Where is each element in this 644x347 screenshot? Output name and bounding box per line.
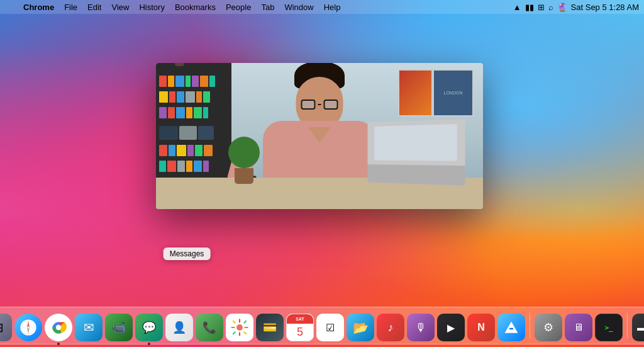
dock-icon-files[interactable]: 📂 bbox=[347, 314, 374, 341]
dock-icon-news[interactable]: N bbox=[467, 314, 495, 341]
dock-icon-mail[interactable]: ✉ bbox=[75, 314, 103, 341]
menu-bookmarks[interactable]: Bookmarks bbox=[170, 0, 220, 14]
desktop: Chrome File Edit View History Bookmarks … bbox=[0, 0, 644, 347]
poster-right2: LONDON bbox=[433, 69, 474, 117]
laptop bbox=[368, 119, 465, 185]
menu-window[interactable]: Window bbox=[280, 0, 318, 14]
siri-icon[interactable]: 🔮 bbox=[557, 3, 567, 12]
dock-icon-photos[interactable] bbox=[226, 314, 253, 341]
desk bbox=[156, 178, 483, 209]
datetime: Sat Sep 5 1:28 AM bbox=[571, 3, 639, 12]
menu-people[interactable]: People bbox=[221, 0, 255, 14]
dock-icon-appletv[interactable]: ▶ bbox=[437, 314, 465, 341]
dock-icon-facetime[interactable]: 📹 bbox=[105, 314, 133, 341]
dock-icon-podcasts[interactable]: 🎙 bbox=[407, 314, 435, 341]
dock-icon-contacts[interactable]: 👤 bbox=[165, 314, 193, 341]
dock-icon-screen[interactable]: 🖥 bbox=[565, 314, 592, 341]
dock-icon-appstore[interactable] bbox=[497, 314, 525, 341]
search-icon[interactable]: ⌕ bbox=[548, 3, 553, 12]
svg-point-13 bbox=[56, 325, 61, 330]
menu-file[interactable]: File bbox=[60, 0, 82, 14]
menu-help[interactable]: Help bbox=[319, 0, 345, 14]
menu-history[interactable]: History bbox=[135, 0, 169, 14]
dock-icon-wallet[interactable]: 💳 bbox=[256, 314, 284, 341]
menu-view[interactable]: View bbox=[107, 0, 133, 14]
menubar-left: Chrome File Edit View History Bookmarks … bbox=[5, 0, 345, 14]
dock-icon-launchpad[interactable]: ⊞ bbox=[0, 314, 12, 341]
menu-edit[interactable]: Edit bbox=[83, 0, 106, 14]
video-window[interactable]: LONDON bbox=[156, 63, 483, 209]
dock-icon-phone[interactable]: 📞 bbox=[196, 314, 223, 341]
dock-icon-settings[interactable]: ⚙ bbox=[535, 314, 562, 341]
dock-icon-safari[interactable] bbox=[14, 314, 42, 341]
svg-point-15 bbox=[236, 324, 243, 331]
dock-icon-chrome[interactable] bbox=[45, 314, 72, 341]
wifi-icon[interactable]: ▲ bbox=[513, 3, 521, 12]
apple-menu[interactable] bbox=[5, 0, 14, 14]
control-center-icon[interactable]: ⊞ bbox=[538, 3, 545, 12]
dock-icon-calendar[interactable]: SAT 5 bbox=[286, 314, 314, 341]
battery-icon[interactable]: ▮▮ bbox=[525, 3, 534, 12]
dock-separator bbox=[530, 313, 530, 338]
app-name[interactable]: Chrome bbox=[19, 0, 58, 14]
menu-tab[interactable]: Tab bbox=[257, 0, 279, 14]
menubar-right: ▲ ▮▮ ⊞ ⌕ 🔮 Sat Sep 5 1:28 AM bbox=[513, 3, 639, 12]
video-content: LONDON bbox=[156, 63, 483, 209]
dock-separator-2 bbox=[627, 313, 628, 338]
messages-tooltip: Messages bbox=[164, 247, 211, 260]
dock-icon-reminders[interactable]: ☑ bbox=[316, 314, 344, 341]
dock-icon-music[interactable]: ♪ bbox=[377, 314, 404, 341]
dock-icon-terminal[interactable]: >_ bbox=[595, 314, 623, 341]
dock-icon-messages[interactable]: 💬 bbox=[135, 314, 163, 341]
plant bbox=[225, 140, 263, 184]
menubar: Chrome File Edit View History Bookmarks … bbox=[0, 0, 644, 14]
dock-icon-extra[interactable]: ▬▬ bbox=[632, 314, 644, 341]
svg-rect-16 bbox=[509, 328, 513, 329]
dock: ⊞ bbox=[0, 307, 644, 344]
messages-tooltip-label: Messages bbox=[170, 249, 204, 258]
dock-dot-messages bbox=[148, 343, 150, 345]
